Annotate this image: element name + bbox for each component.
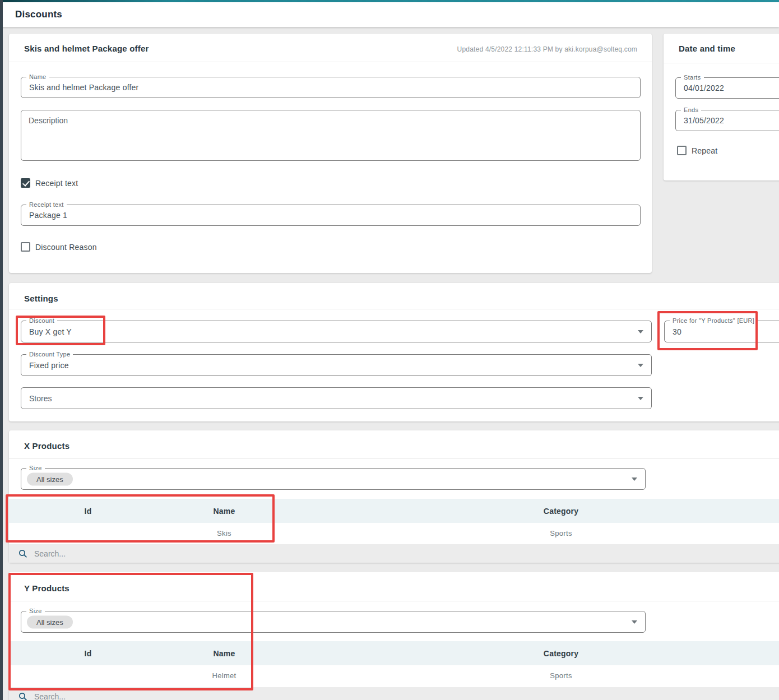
discount-reason-checkbox-label: Discount Reason [35, 243, 97, 252]
x-products-table-header: Id Name Category [9, 499, 779, 523]
app-header: Discounts [0, 2, 779, 27]
price-y-products-value: 30 [673, 321, 681, 342]
search-input[interactable] [34, 549, 202, 558]
receipt-text-input[interactable]: Receipt text Package 1 [21, 205, 641, 226]
table-row[interactable]: Skis Sports [9, 523, 779, 544]
price-y-products-label: Price for "Y Products" [EUR] [670, 317, 757, 324]
starts-date-input[interactable]: Starts 04/01/2022 [675, 77, 779, 99]
discount-select[interactable]: Discount Buy X get Y [21, 321, 652, 342]
x-size-select[interactable]: Size All sizes [21, 468, 646, 490]
price-y-products-input[interactable]: Price for "Y Products" [EUR] 30 [664, 321, 779, 342]
divider [664, 63, 779, 63]
receipt-text-checkbox-label: Receipt text [35, 179, 78, 188]
datetime-card-title: Date and time [679, 44, 735, 53]
description-label: Description [29, 116, 68, 125]
settings-card-title: Settings [24, 294, 58, 303]
settings-card: Settings Discount Buy X get Y Price for … [9, 283, 779, 421]
repeat-checkbox-row[interactable]: Repeat [677, 146, 717, 155]
x-products-title: X Products [24, 441, 69, 451]
y-size-select[interactable]: Size All sizes [21, 611, 646, 633]
table-row[interactable]: Helmet Sports [9, 665, 779, 686]
y-size-select-label: Size [26, 608, 45, 614]
column-header-category: Category [281, 507, 779, 516]
cell-category: Sports [281, 529, 779, 537]
cell-category: Sports [281, 671, 779, 680]
chevron-down-icon [638, 364, 643, 367]
repeat-checkbox[interactable] [677, 146, 687, 155]
column-header-name: Name [167, 649, 281, 658]
x-products-search-bar[interactable] [9, 544, 779, 563]
offer-card-title: Skis and helmet Package offer [24, 44, 149, 53]
stores-select[interactable]: Stores [21, 387, 652, 409]
column-header-name: Name [167, 507, 281, 516]
top-accent-bar [0, 0, 779, 2]
cell-name: Skis [167, 529, 281, 537]
repeat-checkbox-label: Repeat [692, 146, 717, 155]
y-products-table-header: Id Name Category [9, 641, 779, 665]
divider [9, 62, 652, 62]
discount-reason-checkbox[interactable] [21, 242, 30, 252]
receipt-text-checkbox-row[interactable]: Receipt text [21, 178, 78, 188]
chevron-down-icon [638, 397, 643, 400]
discount-type-select-value: Fixed price [29, 355, 69, 376]
y-products-title: Y Products [24, 583, 69, 593]
discount-reason-checkbox-row[interactable]: Discount Reason [21, 242, 97, 252]
left-edge-bar [0, 0, 3, 700]
divider [9, 309, 779, 309]
name-input-value: Skis and helmet Package offer [29, 77, 138, 98]
search-input[interactable] [34, 692, 202, 700]
chevron-down-icon [632, 478, 637, 481]
divider [9, 601, 779, 601]
chevron-down-icon [638, 330, 643, 333]
starts-value: 04/01/2022 [684, 78, 724, 98]
y-products-card: Y Products Size All sizes Id Name Catego… [9, 572, 779, 700]
offer-card: Skis and helmet Package offer Updated 4/… [9, 34, 652, 273]
receipt-text-checkbox[interactable] [21, 178, 30, 188]
column-header-category: Category [281, 649, 779, 658]
description-textarea[interactable]: Description [21, 110, 641, 161]
receipt-text-input-value: Package 1 [29, 205, 67, 225]
name-input[interactable]: Name Skis and helmet Package offer [21, 77, 641, 98]
all-sizes-chip[interactable]: All sizes [27, 615, 73, 628]
chevron-down-icon [632, 620, 637, 624]
x-products-card: X Products Size All sizes Id Name Catego… [9, 430, 779, 563]
cell-name: Helmet [167, 671, 281, 680]
updated-text: Updated 4/5/2022 12:11:33 PM by aki.korp… [457, 45, 637, 53]
x-size-select-label: Size [26, 465, 45, 471]
ends-date-input[interactable]: Ends 31/05/2022 [675, 110, 779, 131]
datetime-card: Date and time Starts 04/01/2022 Ends 31/… [664, 34, 779, 180]
page-title: Discounts [15, 2, 62, 27]
column-header-id: Id [9, 649, 167, 658]
discount-type-select[interactable]: Discount Type Fixed price [21, 354, 652, 376]
all-sizes-chip[interactable]: All sizes [27, 472, 73, 485]
column-header-id: Id [9, 507, 167, 516]
divider [9, 458, 779, 459]
search-icon [18, 549, 28, 559]
y-products-search-bar[interactable] [9, 687, 779, 700]
stores-select-label: Stores [29, 388, 52, 409]
ends-value: 31/05/2022 [684, 110, 724, 131]
discount-select-value: Buy X get Y [29, 321, 72, 342]
discounts-page: Discounts Skis and helmet Package offer … [0, 0, 779, 700]
search-icon [18, 692, 28, 700]
